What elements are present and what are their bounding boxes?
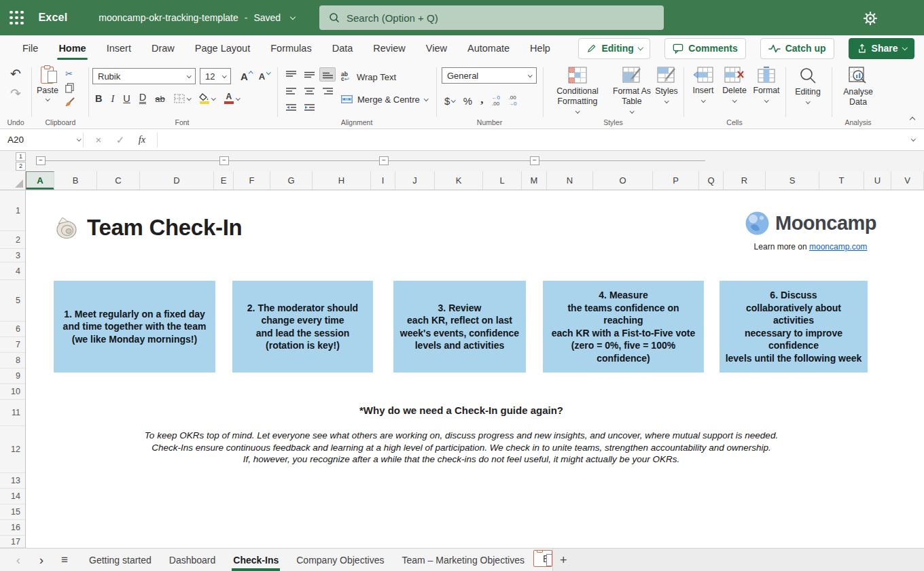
row-header-5[interactable]: 5 [0,280,25,322]
cancel-entry-button[interactable]: × [88,134,109,145]
expand-formula-bar-button[interactable] [911,137,915,141]
editing-menu-button[interactable]: Editing [789,67,827,103]
row-header-6[interactable]: 6 [0,322,25,337]
sheet-tab-team-marketing-objectives[interactable]: Team – Marketing Objectives [393,549,533,571]
add-sheet-button[interactable]: + [560,554,567,566]
align-right-button[interactable] [319,84,336,98]
column-header-u[interactable]: U [864,171,891,190]
align-top-button[interactable] [283,67,299,82]
document-title[interactable]: mooncamp-okr-tracking-template - Saved [99,12,295,23]
cut-button[interactable]: ✂ [65,68,75,79]
cell-styles-button[interactable]: Styles [652,67,681,103]
ribbon-tab-view[interactable]: View [416,35,457,61]
formula-input[interactable] [158,129,912,150]
column-header-i[interactable]: I [371,171,395,190]
row-header-11[interactable]: 11 [0,400,25,426]
double-underline-button[interactable]: D [139,93,146,104]
column-header-b[interactable]: B [54,171,97,190]
decrease-decimal-button[interactable]: .00→0 [508,95,516,107]
column-header-n[interactable]: N [547,171,593,190]
row-header-4[interactable]: 4 [0,262,25,280]
column-header-v[interactable]: V [891,171,924,190]
column-header-s[interactable]: S [766,171,819,190]
row-header-1[interactable]: 1 [0,190,25,231]
column-header-p[interactable]: P [653,171,699,190]
editing-mode-button[interactable]: Editing [578,38,650,59]
conditional-formatting-button[interactable]: Conditional Formatting [548,67,607,113]
name-box[interactable]: A20 [0,135,83,145]
underline-button[interactable]: U [123,93,130,104]
format-cells-button[interactable]: Format [750,67,783,102]
column-header-f[interactable]: F [234,171,270,190]
collapse-group-button[interactable]: − [36,156,46,165]
sheet-tab-getting-started[interactable]: Getting started [80,549,160,571]
decrease-font-size-button[interactable]: A [259,71,265,82]
increase-indent-button[interactable] [301,100,317,114]
align-bottom-button[interactable] [319,67,336,82]
increase-font-size-button[interactable]: A [241,71,248,82]
align-middle-button[interactable] [301,67,317,82]
ribbon-tab-home[interactable]: Home [48,35,96,61]
sheet-tab-check-ins[interactable]: Check-Ins [224,549,287,571]
row-header-7[interactable]: 7 [0,337,25,353]
all-sheets-button[interactable]: ≡ [53,553,76,566]
settings-button[interactable] [861,10,879,27]
fill-color-button[interactable] [199,93,215,104]
ribbon-tab-help[interactable]: Help [520,35,561,61]
ribbon-tab-file[interactable]: File [12,35,48,61]
font-size-select[interactable]: 12 [200,68,231,84]
column-header-a[interactable]: A [26,171,54,190]
column-header-q[interactable]: Q [699,171,724,190]
app-launcher-icon[interactable] [10,11,24,25]
undo-icon[interactable]: ↶ [1,67,30,80]
italic-button[interactable]: I [111,93,114,105]
collapse-group-button[interactable]: − [530,156,539,165]
format-as-table-button[interactable]: Format As Table [611,67,653,113]
row-header-10[interactable]: 10 [0,384,25,400]
row-header-13[interactable]: 13 [0,473,25,489]
column-header-c[interactable]: C [97,171,140,190]
row-header-8[interactable]: 8 [0,353,25,368]
column-header-t[interactable]: T [819,171,864,190]
mooncamp-link[interactable]: mooncamp.com [809,242,867,252]
search-input[interactable] [346,12,639,24]
row-header-14[interactable]: 14 [0,489,25,504]
app-name[interactable]: Excel [39,12,68,24]
insert-function-button[interactable]: fx [131,134,153,145]
column-header-k[interactable]: K [435,171,483,190]
column-header-l[interactable]: L [483,171,522,190]
format-painter-button[interactable] [65,97,75,107]
delete-cells-button[interactable]: Delete [719,67,750,102]
prev-sheet-button[interactable]: ‹ [7,553,30,567]
ribbon-tab-automate[interactable]: Automate [457,35,520,61]
font-family-select[interactable]: Rubik [92,68,196,84]
currency-format-button[interactable]: $ [444,95,455,107]
chevron-down-icon[interactable] [290,14,296,20]
sheet-tab-company-objectives[interactable]: Company Objectives [287,549,393,571]
outline-level-1-button[interactable]: 1 [16,152,26,161]
collapse-group-button[interactable]: − [379,156,389,165]
collapse-group-button[interactable]: − [219,156,229,165]
ribbon-tab-review[interactable]: Review [363,35,416,61]
column-header-j[interactable]: J [395,171,435,190]
comments-button[interactable]: Comments [664,38,745,59]
next-sheet-button[interactable]: › [30,553,53,567]
row-header-16[interactable]: 16 [0,520,25,536]
search-box[interactable] [319,5,664,30]
number-format-select[interactable]: General [442,67,537,84]
outline-level-2-button[interactable]: 2 [16,162,26,171]
ribbon-tab-insert[interactable]: Insert [96,35,141,61]
percent-format-button[interactable]: % [463,95,472,107]
ribbon-tab-formulas[interactable]: Formulas [260,35,321,61]
row-header-9[interactable]: 9 [0,368,25,384]
row-header-15[interactable]: 15 [0,504,25,520]
collapse-ribbon-button[interactable] [910,117,915,122]
row-header-12[interactable]: 12 [0,426,25,473]
font-color-button[interactable]: A [224,93,240,104]
analyse-data-button[interactable]: Analyse Data [837,67,879,107]
column-header-d[interactable]: D [140,171,214,190]
ribbon-tab-page-layout[interactable]: Page Layout [185,35,260,61]
copy-button[interactable] [65,82,75,93]
ribbon-tab-draw[interactable]: Draw [141,35,185,61]
confirm-entry-button[interactable]: ✓ [109,134,131,146]
